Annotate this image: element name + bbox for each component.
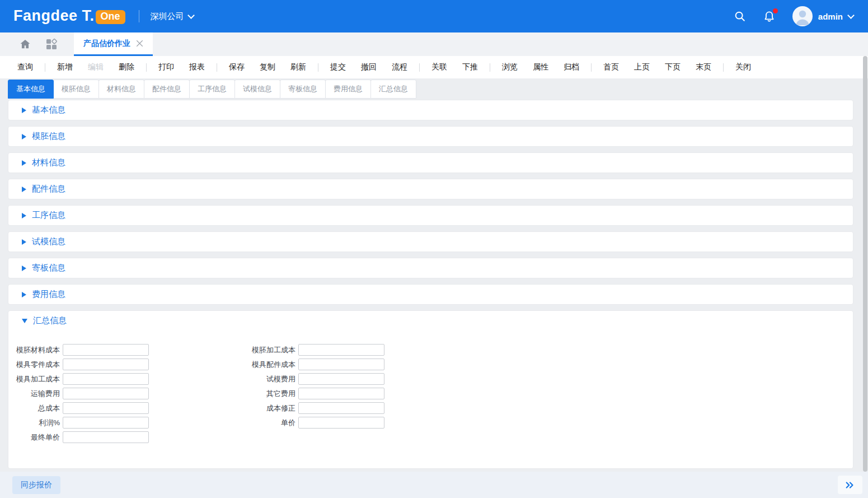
- page-tab-product-estimation[interactable]: 产品估价作业: [74, 32, 153, 56]
- section-title: 汇总信息: [33, 315, 67, 326]
- page-tab-label: 产品估价作业: [83, 39, 130, 49]
- section-panel-header[interactable]: 寄板信息: [8, 258, 853, 278]
- form-input[interactable]: [298, 417, 384, 429]
- collapse-arrow-icon: [22, 160, 26, 166]
- toolbar-button[interactable]: 上页: [630, 62, 654, 72]
- toolbar-button[interactable]: 打印: [154, 62, 178, 72]
- field-label: 最终单价: [13, 432, 60, 443]
- toolbar-divider: [318, 63, 318, 72]
- header-divider: [139, 10, 139, 22]
- logo-badge: One: [96, 10, 125, 24]
- section-title: 模胚信息: [32, 131, 65, 142]
- toolbar-button[interactable]: 关联: [428, 62, 451, 72]
- field-label: 利润%: [13, 418, 60, 428]
- toolbar-button[interactable]: 撤回: [357, 62, 381, 72]
- toolbar-button[interactable]: 刷新: [287, 62, 310, 72]
- app-header: Fangdee T. One 深圳公司: [0, 0, 868, 32]
- toolbar-button[interactable]: 报表: [185, 62, 209, 72]
- section-title: 基本信息: [32, 105, 65, 115]
- section-panel-header[interactable]: 费用信息: [8, 285, 853, 304]
- toolbar-button[interactable]: 属性: [529, 62, 552, 72]
- section-panel-header[interactable]: 配件信息: [8, 179, 853, 199]
- form-row: 试模费用: [242, 373, 384, 385]
- field-label: 总成本: [13, 403, 60, 413]
- form-input[interactable]: [63, 388, 149, 399]
- double-chevron-right-icon: [845, 481, 855, 489]
- form-input[interactable]: [63, 402, 149, 414]
- notification-bell-icon[interactable]: [763, 10, 776, 23]
- field-label: 运输费用: [13, 389, 60, 399]
- section-title: 费用信息: [32, 289, 65, 300]
- detail-tab[interactable]: 费用信息: [325, 80, 371, 99]
- form-input[interactable]: [298, 359, 384, 370]
- toolbar-button[interactable]: 流程: [388, 62, 411, 72]
- form-input[interactable]: [63, 359, 149, 370]
- user-menu[interactable]: admin: [792, 6, 853, 26]
- collapse-arrow-icon: [22, 213, 26, 218]
- section-title: 试模信息: [32, 236, 65, 247]
- toolbar-button[interactable]: 归档: [560, 62, 583, 72]
- detail-tab[interactable]: 工序信息: [189, 80, 235, 99]
- app-logo[interactable]: Fangdee T. One: [13, 7, 125, 25]
- detail-tab[interactable]: 寄板信息: [280, 80, 326, 99]
- toolbar-button[interactable]: 提交: [326, 62, 350, 72]
- apps-grid-icon[interactable]: [38, 32, 65, 56]
- toolbar-button[interactable]: 浏览: [498, 62, 522, 72]
- toolbar-button[interactable]: 关闭: [731, 62, 755, 72]
- notification-badge: [773, 8, 778, 13]
- toolbar-divider: [591, 63, 592, 72]
- expand-panel-button[interactable]: [838, 476, 862, 494]
- username: admin: [818, 12, 843, 21]
- footer-bar: 同步报价: [0, 472, 868, 498]
- form-row: 最终单价: [13, 431, 149, 443]
- form-input[interactable]: [298, 373, 384, 385]
- section-panel-header[interactable]: 试模信息: [8, 232, 853, 252]
- vertical-scrollbar[interactable]: [863, 56, 867, 472]
- section-panel-header[interactable]: 汇总信息: [8, 311, 853, 331]
- form-input[interactable]: [298, 388, 384, 399]
- company-selector[interactable]: 深圳公司: [151, 11, 194, 22]
- collapse-arrow-icon: [22, 239, 26, 245]
- toolbar-button[interactable]: 删除: [115, 62, 138, 72]
- toolbar-button[interactable]: 编辑: [84, 62, 107, 72]
- close-icon[interactable]: [136, 40, 143, 47]
- form-row: 成本修正: [242, 402, 384, 414]
- detail-tab[interactable]: 基本信息: [8, 80, 54, 99]
- header-right: admin: [734, 6, 853, 26]
- detail-tab[interactable]: 配件信息: [144, 80, 190, 99]
- section-panel-header[interactable]: 模胚信息: [8, 127, 853, 146]
- form-input[interactable]: [63, 373, 149, 385]
- form-input[interactable]: [298, 402, 384, 414]
- toolbar-button[interactable]: 查询: [13, 62, 37, 72]
- section-title: 寄板信息: [32, 263, 65, 273]
- field-label: 单价: [242, 418, 295, 428]
- detail-tab[interactable]: 材料信息: [98, 80, 144, 99]
- form-input[interactable]: [63, 344, 149, 356]
- toolbar-button[interactable]: 下推: [458, 62, 482, 72]
- toolbar-button[interactable]: 保存: [225, 62, 248, 72]
- section-panel-header[interactable]: 材料信息: [8, 153, 853, 173]
- home-icon[interactable]: [12, 32, 38, 56]
- toolbar-button[interactable]: 下页: [661, 62, 684, 72]
- toolbar-button[interactable]: 新增: [53, 62, 77, 72]
- form-input[interactable]: [63, 417, 149, 429]
- toolbar-button[interactable]: 末页: [692, 62, 715, 72]
- detail-tab[interactable]: 汇总信息: [370, 80, 416, 99]
- collapse-arrow-icon: [22, 134, 26, 139]
- section-panel-header[interactable]: 基本信息: [8, 100, 853, 120]
- action-toolbar: 查询 新增 编辑 删除 打印 报表: [0, 56, 868, 78]
- collapse-arrow-icon: [22, 266, 26, 271]
- toolbar-button[interactable]: 首页: [599, 62, 623, 72]
- detail-tab[interactable]: 试模信息: [234, 80, 280, 99]
- form-input[interactable]: [63, 431, 149, 443]
- form-input[interactable]: [298, 344, 384, 356]
- search-icon[interactable]: [734, 10, 746, 22]
- chevron-down-icon: [187, 12, 195, 19]
- section-title: 工序信息: [32, 210, 65, 221]
- detail-tab[interactable]: 模胚信息: [53, 80, 99, 99]
- toolbar-button[interactable]: 复制: [256, 62, 279, 72]
- section-panel-header[interactable]: 工序信息: [8, 206, 853, 225]
- sync-quote-button[interactable]: 同步报价: [12, 476, 60, 494]
- form-row: 利润%: [13, 417, 149, 429]
- collapse-arrow-icon: [22, 187, 26, 192]
